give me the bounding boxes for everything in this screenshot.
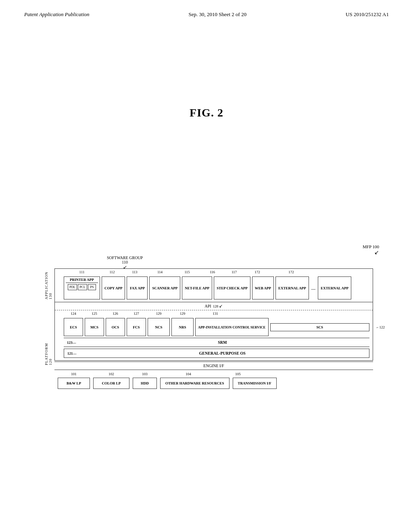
external-app2-box: EXTERNAL APP: [318, 276, 351, 299]
mcs-box: MCS: [85, 318, 104, 336]
app-install-num: 131: [195, 312, 236, 316]
pdl-box: PDL: [68, 284, 77, 290]
scs-box: SCS: [270, 323, 369, 331]
dots-separator: ...: [311, 285, 317, 291]
step-check-app-box: STEP CHECK APP: [214, 276, 250, 299]
mcs-num: 125: [85, 312, 104, 316]
ecs-num: 124: [64, 312, 83, 316]
printer-sub-row: PDL PCL PS: [68, 284, 96, 290]
mfp-label: MFP 100 ↙: [363, 244, 379, 256]
header-publication: Patent Application Publication: [24, 11, 90, 18]
fcs-num: 127: [127, 312, 146, 316]
hw-row: B&W LP COLOR LP HDD OTHER HARDWARE RESOU…: [54, 376, 373, 392]
hw-num-row: 101 102 103 104 105: [54, 371, 373, 376]
ext-app1-num: 172: [245, 270, 270, 274]
main-software-box: 111 112 113 114 115 116 117 172 172 PRIN…: [54, 268, 373, 361]
fax-app-num: 113: [124, 270, 145, 274]
os-num: 121—: [67, 351, 77, 355]
ocs-box: OCS: [106, 318, 125, 336]
transmission-box: TRANSMISSION I/F: [233, 378, 277, 389]
app-num-row: 111 112 113 114 115 116 117 172 172: [55, 269, 373, 274]
figure-title: FIG. 2: [0, 106, 413, 119]
fax-app-box: FAX APP: [127, 276, 148, 299]
pcl-box: PCL: [78, 284, 87, 290]
services-row: ECS MCS OCS FCS NCS NRS APP-INSTALLATION…: [55, 316, 373, 338]
ncs-box: NCS: [148, 318, 170, 336]
scs-wrapper: SCS ⌐122: [270, 318, 369, 336]
scs-num-label: ⌐122: [376, 325, 385, 329]
fcs-box: FCS: [127, 318, 146, 336]
external-app1-box: EXTERNAL APP: [275, 276, 309, 299]
other-hw-num: 104: [160, 372, 217, 376]
copy-app-box: COPY APP: [102, 276, 125, 299]
web-app-num: 117: [225, 270, 243, 274]
ncs-num: 129: [148, 312, 170, 316]
os-label: GENERAL-PURPOSE OS: [79, 351, 366, 355]
color-lp-box: COLOR LP: [93, 378, 129, 389]
api-num: 128 ↙: [213, 303, 223, 309]
trans-num: 105: [220, 372, 256, 376]
ocs-num: 126: [106, 312, 125, 316]
bw-num: 101: [58, 372, 90, 376]
color-lp-num: 102: [93, 372, 129, 376]
app-install-box: APP-INSTALLATION CONTROL SERVICE: [195, 318, 269, 336]
ecs-box: ECS: [64, 318, 83, 336]
other-hw-box: OTHER HARDWARE RESOURCES: [160, 378, 229, 389]
hdd-num: 103: [133, 372, 157, 376]
scanner-app-box: SCANNER APP: [149, 276, 180, 299]
srm-row: 123— SRM: [64, 338, 369, 347]
engine-if-bar: ENGINE I/F: [54, 362, 373, 370]
printer-app-box: PRINTER APP PDL PCL PS: [64, 276, 100, 299]
net-file-app-box: NET-FILE APP: [182, 276, 212, 299]
os-row: 121— GENERAL-PURPOSE OS: [64, 349, 369, 358]
srm-num: 123—: [67, 341, 76, 345]
nrs-num: 129: [171, 312, 194, 316]
web-app-box: WEB APP: [252, 276, 274, 299]
hdd-box: HDD: [133, 378, 157, 389]
scs-num: [237, 312, 253, 316]
ext-app2-num: 172: [279, 270, 304, 274]
nrs-box: NRS: [171, 318, 194, 336]
application-label: APPLICATION 130: [44, 272, 52, 299]
platform-label: PLATFORM 120: [44, 343, 52, 365]
page-header: Patent Application Publication Sep. 30, …: [0, 0, 413, 18]
api-row: API 128 ↙: [55, 302, 373, 310]
printer-app-num: 111: [64, 270, 100, 274]
srm-label: SRM: [79, 340, 367, 345]
bw-lp-box: B&W LP: [58, 378, 90, 389]
step-check-app-num: 116: [201, 270, 223, 274]
copy-app-num: 112: [102, 270, 123, 274]
api-label: API: [205, 304, 211, 308]
header-patent-num: US 2010/251232 A1: [346, 11, 389, 18]
application-row: PRINTER APP PDL PCL PS COPY APP FAX APP …: [55, 274, 373, 302]
printer-app-label: PRINTER APP: [66, 278, 98, 283]
ps-box: PS: [88, 284, 96, 290]
services-num-row: 124 125 126 127 129 129 131: [55, 310, 373, 316]
net-file-app-num: 115: [175, 270, 200, 274]
scanner-app-num: 114: [147, 270, 173, 274]
header-date-sheet: Sep. 30, 2010 Sheet 2 of 20: [188, 11, 246, 18]
